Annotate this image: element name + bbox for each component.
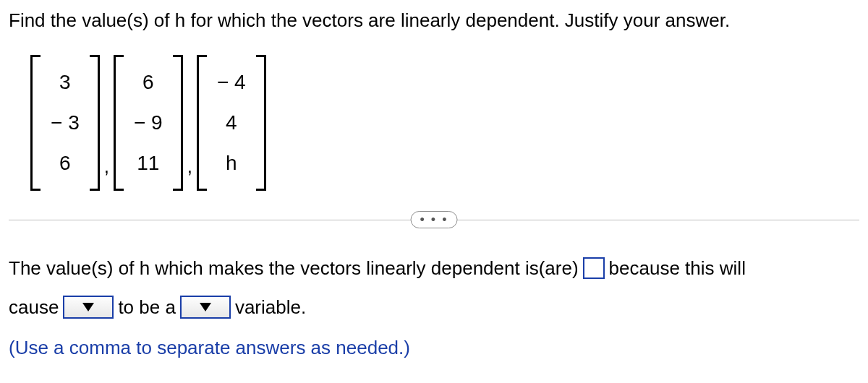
- bracket-right-icon: [256, 55, 266, 191]
- separator: ,: [104, 155, 109, 178]
- vector-cell: 4: [217, 103, 246, 143]
- bracket-left-icon: [197, 55, 207, 191]
- question-text: Find the value(s) of h for which the vec…: [9, 7, 859, 33]
- vector-cell: − 3: [51, 103, 80, 143]
- hint-text: (Use a comma to separate answers as need…: [9, 329, 859, 366]
- bracket-left-icon: [30, 55, 41, 191]
- answer-block: The value(s) of h which makes the vector…: [9, 249, 859, 366]
- vector-cell: − 9: [134, 103, 163, 143]
- vector-2: 6 − 9 11: [114, 55, 183, 191]
- chevron-down-icon: [82, 303, 94, 311]
- vector-3: − 4 4 h: [197, 55, 266, 191]
- vector-1: 3 − 3 6: [30, 55, 100, 191]
- dropdown-2[interactable]: [180, 296, 231, 319]
- answer-input[interactable]: [583, 257, 605, 279]
- vector-cell: 6: [134, 62, 163, 103]
- vector-cell: 11: [134, 143, 163, 184]
- vector-cell: 6: [51, 143, 80, 184]
- more-button[interactable]: • • •: [411, 211, 458, 228]
- answer-line-1: The value(s) of h which makes the vector…: [9, 249, 859, 287]
- chevron-down-icon: [200, 303, 211, 311]
- dropdown-1[interactable]: [63, 296, 114, 319]
- vector-cell: − 4: [217, 62, 246, 103]
- answer-text: to be a: [118, 288, 176, 326]
- answer-text: The value(s) of h which makes the vector…: [9, 249, 579, 287]
- vectors-row: 3 − 3 6 , 6 − 9 11 , − 4 4 h: [30, 55, 859, 191]
- vector-cell: 3: [51, 62, 80, 103]
- answer-text: cause: [9, 288, 59, 326]
- vector-column: − 4 4 h: [207, 55, 256, 191]
- answer-text: variable.: [235, 288, 306, 326]
- divider: • • •: [9, 220, 859, 220]
- bracket-right-icon: [173, 55, 183, 191]
- vector-column: 6 − 9 11: [124, 55, 173, 191]
- answer-text: because this will: [609, 249, 746, 287]
- bracket-left-icon: [114, 55, 124, 191]
- vector-cell: h: [217, 143, 246, 184]
- vector-column: 3 − 3 6: [41, 55, 90, 191]
- separator: ,: [187, 155, 192, 178]
- bracket-right-icon: [90, 55, 100, 191]
- answer-line-2: cause to be a variable.: [9, 288, 859, 326]
